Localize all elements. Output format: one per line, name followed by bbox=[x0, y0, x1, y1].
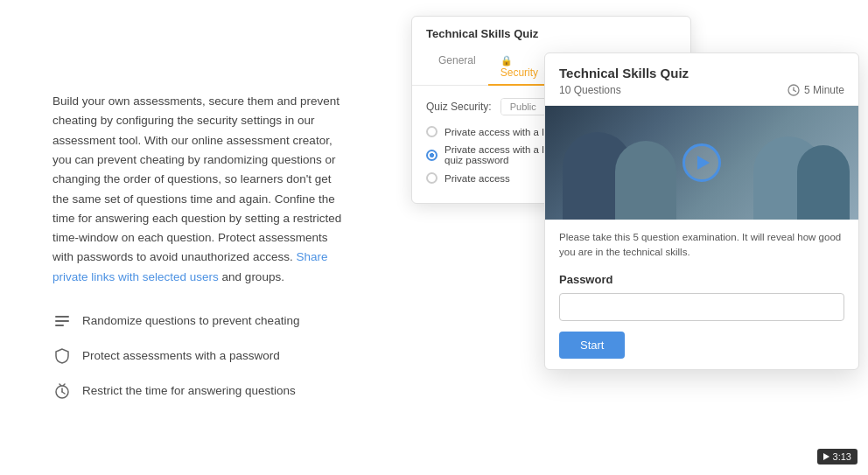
quiz-questions: 10 Questions bbox=[559, 84, 621, 96]
svg-line-7 bbox=[63, 384, 65, 386]
toggle-public[interactable]: Public bbox=[501, 99, 545, 115]
quiz-security-label: Quiz Security: bbox=[426, 101, 492, 113]
app-window-title: Technical Skills Quiz bbox=[426, 27, 676, 40]
tab-general[interactable]: General bbox=[426, 49, 488, 86]
feature-password-label: Protect assessments with a password bbox=[82, 349, 280, 362]
svg-line-10 bbox=[794, 90, 796, 92]
quiz-card-password-input[interactable] bbox=[559, 293, 844, 321]
play-small-icon bbox=[823, 453, 830, 460]
right-panel: Technical Skills Quiz General 🔒Security … bbox=[385, 0, 868, 475]
quiz-card-title: Technical Skills Quiz bbox=[559, 66, 844, 80]
feature-randomize: Randomize questions to prevent cheating bbox=[52, 311, 350, 331]
list-icon bbox=[52, 311, 72, 331]
video-duration: 3:13 bbox=[833, 451, 851, 462]
feature-time-label: Restrict the time for answering question… bbox=[82, 384, 296, 397]
radio-circle-2[interactable] bbox=[426, 150, 438, 161]
quiz-card-header: Technical Skills Quiz 10 Questions 5 Min… bbox=[545, 53, 858, 106]
feature-randomize-label: Randomize questions to prevent cheating bbox=[82, 314, 299, 327]
clock-icon bbox=[788, 84, 800, 96]
quiz-meta: 10 Questions 5 Minute bbox=[559, 84, 844, 96]
lock-icon: 🔒 bbox=[500, 55, 513, 66]
time-restrict-icon bbox=[52, 381, 72, 401]
quiz-card-body: Please take this 5 question examination.… bbox=[545, 220, 858, 369]
play-button[interactable] bbox=[682, 143, 721, 182]
play-triangle-icon bbox=[697, 156, 710, 170]
video-badge: 3:13 bbox=[817, 449, 858, 465]
radio-circle-1[interactable] bbox=[426, 126, 438, 137]
feature-time: Restrict the time for answering question… bbox=[52, 381, 350, 401]
radio-circle-3[interactable] bbox=[426, 172, 438, 184]
radio-label-1: Private access with a link bbox=[444, 127, 556, 137]
radio-label-3: Private access bbox=[444, 173, 510, 184]
quiz-image bbox=[545, 106, 858, 220]
feature-password: Protect assessments with a password bbox=[52, 346, 350, 366]
svg-rect-1 bbox=[55, 320, 69, 322]
quiz-time: 5 Minute bbox=[788, 84, 844, 96]
svg-rect-0 bbox=[55, 316, 69, 318]
shield-icon bbox=[52, 346, 72, 366]
feature-list: Randomize questions to prevent cheating … bbox=[52, 311, 350, 401]
quiz-description: Please take this 5 question examination.… bbox=[559, 230, 844, 261]
left-panel: Build your own assessments, secure them … bbox=[0, 0, 385, 475]
svg-rect-2 bbox=[55, 325, 64, 326]
quiz-preview-card: Technical Skills Quiz 10 Questions 5 Min… bbox=[544, 52, 859, 370]
svg-line-5 bbox=[62, 392, 65, 394]
main-text-suffix: and groups. bbox=[219, 270, 284, 283]
start-button[interactable]: Start bbox=[559, 332, 625, 359]
password-section-label: Password bbox=[559, 273, 844, 286]
main-text-body: Build your own assessments, secure them … bbox=[52, 94, 341, 263]
tab-security[interactable]: 🔒Security bbox=[488, 49, 550, 86]
main-description: Build your own assessments, secure them … bbox=[52, 92, 350, 287]
svg-line-6 bbox=[60, 384, 61, 386]
